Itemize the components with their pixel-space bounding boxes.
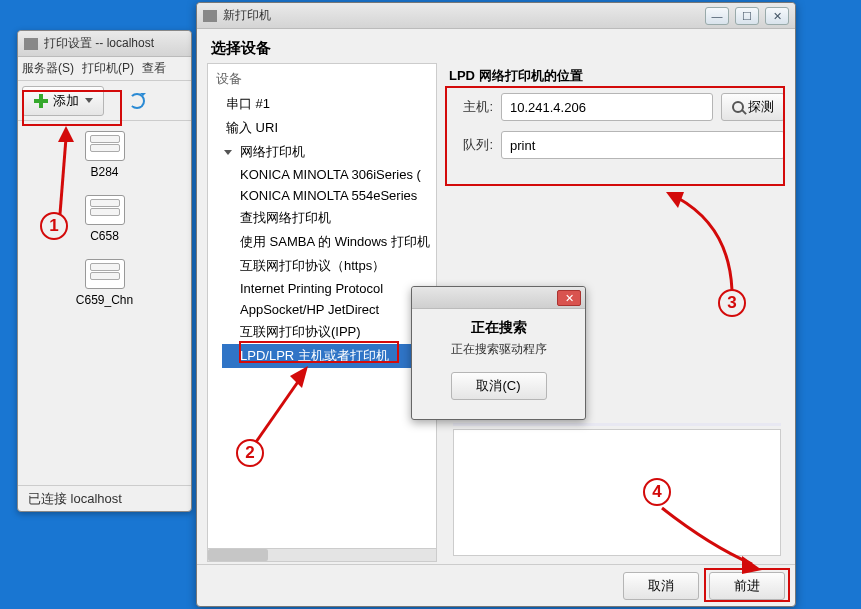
printer-icon xyxy=(203,10,217,22)
print-settings-titlebar[interactable]: 打印设置 -- localhost xyxy=(18,31,191,57)
queue-input[interactable] xyxy=(501,131,785,159)
new-printer-titlebar[interactable]: 新打印机 — ☐ ✕ xyxy=(197,3,795,29)
tree-item-serial[interactable]: 串口 #1 xyxy=(222,92,436,116)
dialog-footer: 取消 前进 xyxy=(197,564,795,606)
section-title: 选择设备 xyxy=(197,29,795,64)
statusbar: 已连接 localhost xyxy=(18,485,191,511)
dialog-cancel-label: 取消(C) xyxy=(476,377,520,395)
forward-button[interactable]: 前进 xyxy=(709,572,785,600)
form-group-title: LPD 网络打印机的位置 xyxy=(449,67,785,85)
printer-label: C658 xyxy=(90,229,119,243)
probe-button[interactable]: 探测 xyxy=(721,93,785,121)
menu-server[interactable]: 服务器(S) xyxy=(22,60,74,77)
host-input[interactable] xyxy=(501,93,713,121)
chevron-down-icon xyxy=(224,150,232,155)
plus-icon xyxy=(33,93,49,109)
devices-panel: 设备 串口 #1 输入 URI 网络打印机 KONICA MINOLTA 306… xyxy=(207,63,437,562)
menu-view[interactable]: 查看 xyxy=(142,60,166,77)
horizontal-scrollbar[interactable] xyxy=(207,548,437,562)
list-item[interactable]: B284 xyxy=(85,131,125,179)
new-printer-title: 新打印机 xyxy=(223,7,271,24)
close-button[interactable]: ✕ xyxy=(557,290,581,306)
print-settings-title: 打印设置 -- localhost xyxy=(44,35,154,52)
menu-printer[interactable]: 打印机(P) xyxy=(82,60,134,77)
printer-icon xyxy=(85,259,125,289)
list-item[interactable]: C658 xyxy=(85,195,125,243)
dialog-title: 正在搜索 xyxy=(471,319,527,337)
printer-icon xyxy=(85,195,125,225)
printer-icon xyxy=(24,38,38,50)
scrollbar-thumb[interactable] xyxy=(208,549,268,561)
cancel-label: 取消 xyxy=(648,577,674,595)
tree-item[interactable]: 查找网络打印机 xyxy=(222,206,436,230)
tree-item[interactable]: 互联网打印协议(IPP) xyxy=(222,320,436,344)
preview-box xyxy=(453,429,781,556)
printer-icon xyxy=(417,293,429,303)
tree-item[interactable]: 使用 SAMBA 的 Windows 打印机 xyxy=(222,230,436,254)
dialog-text: 正在搜索驱动程序 xyxy=(451,341,547,358)
devices-header: 设备 xyxy=(208,64,436,90)
tree-item-lpd-selected[interactable]: LPD/LPR 主机或者打印机 xyxy=(222,344,436,368)
tree-item-uri[interactable]: 输入 URI xyxy=(222,116,436,140)
dialog-titlebar[interactable]: ✕ xyxy=(412,287,585,309)
minimize-button[interactable]: — xyxy=(705,7,729,25)
printer-icon xyxy=(85,131,125,161)
tree-item[interactable]: KONICA MINOLTA 306iSeries ( xyxy=(222,164,436,185)
device-tree: 串口 #1 输入 URI 网络打印机 KONICA MINOLTA 306iSe… xyxy=(208,90,436,370)
add-label: 添加 xyxy=(53,92,79,110)
tree-item[interactable]: AppSocket/HP JetDirect xyxy=(222,299,436,320)
forward-label: 前进 xyxy=(734,577,760,595)
printer-label: C659_Chn xyxy=(76,293,133,307)
separator xyxy=(453,423,781,426)
tree-item-label: 网络打印机 xyxy=(240,144,305,159)
refresh-icon xyxy=(129,93,145,109)
cancel-button[interactable]: 取消 xyxy=(623,572,699,600)
tree-item-network[interactable]: 网络打印机 xyxy=(222,140,436,164)
list-item[interactable]: C659_Chn xyxy=(76,259,133,307)
host-label: 主机: xyxy=(449,98,493,116)
printer-label: B284 xyxy=(90,165,118,179)
probe-label: 探测 xyxy=(748,98,774,116)
printer-list: B284 C658 C659_Chn xyxy=(18,121,191,323)
refresh-button[interactable] xyxy=(122,86,152,116)
status-text: 已连接 localhost xyxy=(28,490,122,508)
chevron-down-icon xyxy=(85,98,93,103)
toolbar: 添加 xyxy=(18,81,191,121)
print-settings-window: 打印设置 -- localhost 服务器(S) 打印机(P) 查看 添加 B2… xyxy=(17,30,192,512)
add-button[interactable]: 添加 xyxy=(22,86,104,116)
searching-dialog: ✕ 正在搜索 正在搜索驱动程序 取消(C) xyxy=(411,286,586,420)
menubar: 服务器(S) 打印机(P) 查看 xyxy=(18,57,191,81)
dialog-cancel-button[interactable]: 取消(C) xyxy=(451,372,547,400)
search-icon xyxy=(732,101,744,113)
queue-label: 队列: xyxy=(449,136,493,154)
maximize-button[interactable]: ☐ xyxy=(735,7,759,25)
tree-item[interactable]: 互联网打印协议（https） xyxy=(222,254,436,278)
tree-item[interactable]: KONICA MINOLTA 554eSeries xyxy=(222,185,436,206)
close-button[interactable]: ✕ xyxy=(765,7,789,25)
tree-item[interactable]: Internet Printing Protocol xyxy=(222,278,436,299)
